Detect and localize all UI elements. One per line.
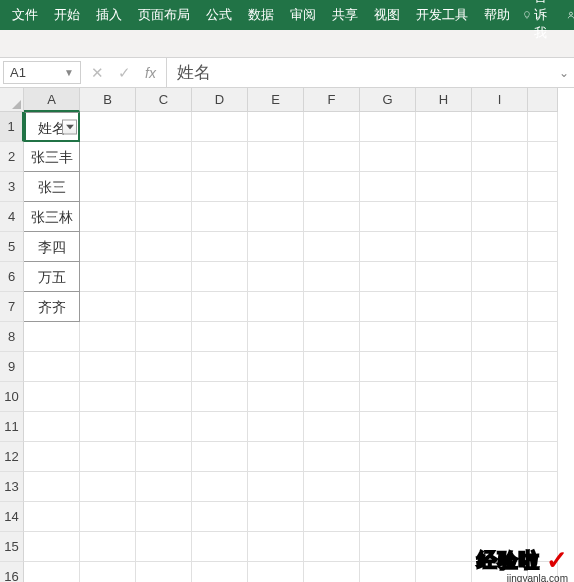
cell[interactable] [472, 232, 528, 262]
cell[interactable] [528, 172, 558, 202]
cell-a4[interactable]: 张三林 [24, 202, 80, 232]
cell[interactable] [192, 262, 248, 292]
cell[interactable] [528, 292, 558, 322]
row-header[interactable]: 3 [0, 172, 24, 202]
cell[interactable] [472, 352, 528, 382]
cell[interactable] [360, 172, 416, 202]
cell[interactable] [80, 262, 136, 292]
cell[interactable] [416, 502, 472, 532]
cell[interactable] [24, 322, 80, 352]
cell[interactable] [80, 382, 136, 412]
cell[interactable] [472, 202, 528, 232]
cell[interactable] [528, 322, 558, 352]
row-header[interactable]: 14 [0, 502, 24, 532]
filter-button[interactable] [62, 119, 77, 134]
cell[interactable] [416, 262, 472, 292]
cell[interactable] [136, 562, 192, 582]
cell[interactable] [360, 262, 416, 292]
tab-file[interactable]: 文件 [4, 0, 46, 30]
col-header-d[interactable]: D [192, 88, 248, 112]
cell[interactable] [528, 232, 558, 262]
row-header[interactable]: 10 [0, 382, 24, 412]
cell[interactable] [360, 322, 416, 352]
cell[interactable] [136, 232, 192, 262]
cell[interactable] [360, 502, 416, 532]
row-header[interactable]: 2 [0, 142, 24, 172]
cell[interactable] [248, 352, 304, 382]
cell[interactable] [24, 352, 80, 382]
cell[interactable] [136, 322, 192, 352]
cell[interactable] [136, 352, 192, 382]
cell[interactable] [192, 142, 248, 172]
tab-home[interactable]: 开始 [46, 0, 88, 30]
cell[interactable] [192, 502, 248, 532]
cell[interactable] [304, 472, 360, 502]
cell[interactable] [192, 412, 248, 442]
cell[interactable] [528, 412, 558, 442]
col-header-a[interactable]: A [24, 88, 80, 112]
cell[interactable] [248, 262, 304, 292]
cell[interactable] [136, 502, 192, 532]
tab-insert[interactable]: 插入 [88, 0, 130, 30]
cell[interactable] [136, 382, 192, 412]
col-header-c[interactable]: C [136, 88, 192, 112]
cell[interactable] [192, 202, 248, 232]
cell[interactable] [136, 262, 192, 292]
cell[interactable] [24, 472, 80, 502]
cell[interactable] [472, 322, 528, 352]
cell[interactable] [472, 292, 528, 322]
cell[interactable] [136, 472, 192, 502]
tab-share-tab[interactable]: 共享 [324, 0, 366, 30]
cell[interactable] [24, 502, 80, 532]
cell[interactable] [416, 172, 472, 202]
cell[interactable] [472, 472, 528, 502]
cell[interactable] [416, 442, 472, 472]
cell[interactable] [528, 142, 558, 172]
cell-a7[interactable]: 齐齐 [24, 292, 80, 322]
row-header[interactable]: 9 [0, 352, 24, 382]
cell[interactable] [136, 112, 192, 142]
cell-a6[interactable]: 万五 [24, 262, 80, 292]
cell[interactable] [528, 502, 558, 532]
cell[interactable] [80, 112, 136, 142]
cell-a1[interactable]: 姓名 [24, 112, 80, 142]
cell[interactable] [80, 142, 136, 172]
row-header[interactable]: 12 [0, 442, 24, 472]
cell[interactable] [80, 442, 136, 472]
cell[interactable] [80, 292, 136, 322]
cell[interactable] [304, 412, 360, 442]
cell[interactable] [192, 232, 248, 262]
cell-a3[interactable]: 张三 [24, 172, 80, 202]
cell[interactable] [136, 442, 192, 472]
cell[interactable] [192, 112, 248, 142]
cell-a2[interactable]: 张三丰 [24, 142, 80, 172]
col-header-b[interactable]: B [80, 88, 136, 112]
cell[interactable] [80, 532, 136, 562]
cell[interactable] [360, 232, 416, 262]
cell[interactable] [248, 112, 304, 142]
row-header[interactable]: 13 [0, 472, 24, 502]
row-header[interactable]: 11 [0, 412, 24, 442]
cell[interactable] [360, 562, 416, 582]
cell[interactable] [528, 262, 558, 292]
tab-formulas[interactable]: 公式 [198, 0, 240, 30]
cell[interactable] [304, 262, 360, 292]
formula-input[interactable]: 姓名 [167, 58, 554, 87]
cell[interactable] [416, 382, 472, 412]
cell[interactable] [472, 112, 528, 142]
cell[interactable] [416, 412, 472, 442]
col-header-g[interactable]: G [360, 88, 416, 112]
tab-dev[interactable]: 开发工具 [408, 0, 476, 30]
cell[interactable] [528, 382, 558, 412]
cell[interactable] [136, 292, 192, 322]
cell[interactable] [360, 472, 416, 502]
name-box[interactable]: A1 ▼ [3, 61, 81, 84]
row-header[interactable]: 5 [0, 232, 24, 262]
cell[interactable] [80, 202, 136, 232]
row-header[interactable]: 15 [0, 532, 24, 562]
col-header-e[interactable]: E [248, 88, 304, 112]
cell[interactable] [304, 172, 360, 202]
cell[interactable] [248, 172, 304, 202]
cell[interactable] [192, 172, 248, 202]
cell[interactable] [304, 562, 360, 582]
